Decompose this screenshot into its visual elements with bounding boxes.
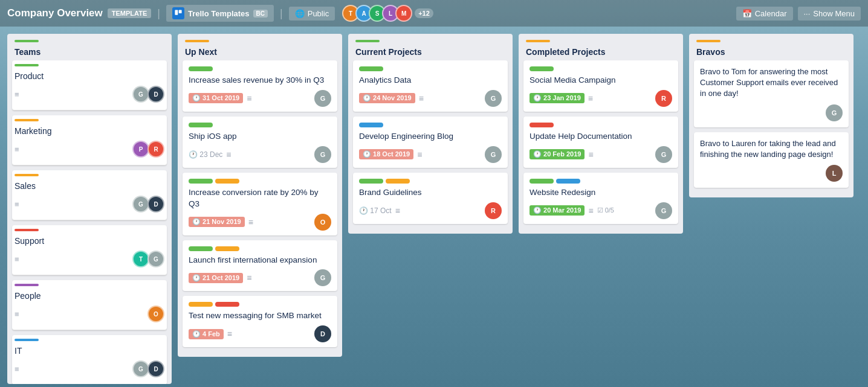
product-avatars: G D — [132, 86, 164, 103]
card-bars — [359, 123, 502, 127]
product-name: Product — [15, 71, 164, 81]
card-footer: 🕐 17 Oct ≡ R — [359, 202, 502, 219]
it-avatar-1: G — [132, 360, 149, 377]
team-support[interactable]: Support ≡ T G — [12, 225, 167, 275]
bar-green — [530, 179, 554, 184]
bravo-lauren[interactable]: Bravo to Lauren for taking the lead and … — [694, 132, 849, 188]
team-marketing[interactable]: Marketing ≡ P R — [12, 115, 167, 165]
avatar-5: M — [395, 5, 412, 22]
support-desc-icon: ≡ — [15, 255, 19, 264]
card-avatar: G — [314, 146, 331, 163]
board-title: Company Overview — [7, 7, 103, 19]
desc-icon: ≡ — [588, 94, 593, 103]
bar-green — [189, 179, 213, 184]
sales-bar — [15, 174, 39, 176]
card-ship-ios[interactable]: Ship iOS app 🕐 23 Dec ≡ G — [183, 117, 337, 168]
people-avatars: O — [147, 305, 164, 322]
workspace-badge: BC — [253, 10, 268, 18]
card-social-media[interactable]: Social Media Campaign 🕐 23 Jan 2019 ≡ R — [523, 60, 678, 112]
workspace-button[interactable]: Trello Templates BC — [166, 5, 274, 22]
team-sales[interactable]: Sales ≡ G D — [12, 170, 167, 220]
sales-avatars: G D — [132, 196, 164, 213]
card-title: Brand Guidelines — [359, 187, 502, 199]
calendar-label: Calendar — [755, 9, 787, 18]
calendar-icon: 📅 — [742, 9, 752, 18]
dots-icon: ··· — [804, 9, 811, 18]
marketing-name: Marketing — [15, 126, 164, 136]
it-name: IT — [15, 346, 164, 356]
card-brand-guidelines[interactable]: Brand Guidelines 🕐 17 Oct ≡ R — [353, 173, 508, 224]
header-divider: | — [157, 7, 160, 20]
card-date-plain: 🕐 17 Oct — [359, 206, 392, 215]
card-website-redesign[interactable]: Website Redesign 🕐 20 Mar 2019 ≡ ☑ 0/5 G — [523, 173, 678, 224]
card-footer-left: 🕐 17 Oct ≡ — [359, 206, 400, 216]
card-checklist: ☑ 0/5 — [597, 206, 614, 214]
card-date: 🕐 20 Feb 2019 — [530, 149, 585, 159]
visibility-button[interactable]: 🌐 Public — [289, 7, 335, 21]
team-product[interactable]: Product ≡ G D — [12, 60, 167, 110]
calendar-button[interactable]: 📅 Calendar — [736, 7, 793, 21]
bravos-title: Bravos — [696, 47, 725, 57]
team-it[interactable]: IT ≡ G D — [12, 335, 167, 384]
card-international-expansion[interactable]: Launch first international expansion 🕐 2… — [183, 240, 337, 292]
desc-icon: ≡ — [226, 150, 231, 159]
card-bars — [530, 66, 672, 71]
marketing-avatars: P R — [132, 141, 164, 158]
bar-green — [189, 246, 213, 251]
card-smb-messaging[interactable]: Test new messaging for SMB market 🕐 4 Fe… — [183, 296, 337, 347]
card-title: Website Redesign — [530, 187, 672, 199]
card-footer-left: 🕐 20 Feb 2019 ≡ — [530, 149, 594, 159]
globe-icon: 🌐 — [295, 9, 305, 18]
current-cards: Analytics Data 🕐 24 Nov 2019 ≡ G Develop… — [348, 60, 513, 234]
svg-rect-0 — [175, 10, 178, 14]
product-desc-icon: ≡ — [15, 90, 19, 99]
card-avatar: O — [314, 214, 331, 231]
desc-icon: ≡ — [248, 217, 253, 227]
card-footer-left: 🕐 18 Oct 2019 ≡ — [359, 149, 422, 159]
card-increase-sales[interactable]: Increase sales revenue by 30% in Q3 🕐 31… — [183, 60, 337, 112]
bravo-tom[interactable]: Bravo to Tom for answering the most Cust… — [694, 60, 849, 127]
bravo-text: Bravo to Lauren for taking the lead and … — [700, 138, 843, 160]
card-increase-conversion[interactable]: Increase conversion rate by 20% by Q3 🕐 … — [183, 173, 337, 235]
card-date: 🕐 21 Nov 2019 — [189, 217, 245, 227]
visibility-label: Public — [308, 9, 329, 18]
card-date: 🕐 4 Feb — [189, 329, 224, 339]
card-title: Increase sales revenue by 30% in Q3 — [189, 75, 331, 86]
card-footer: 🕐 21 Oct 2019 ≡ G — [189, 269, 331, 286]
completed-cards: Social Media Campaign 🕐 23 Jan 2019 ≡ R … — [519, 60, 683, 234]
bar-green — [530, 66, 554, 71]
product-bar — [15, 64, 39, 66]
template-badge: TEMPLATE — [108, 8, 151, 18]
card-date-plain: 🕐 23 Dec — [189, 150, 222, 159]
people-name: People — [15, 291, 164, 301]
card-footer: 🕐 20 Feb 2019 ≡ G — [530, 146, 672, 163]
member-avatars: T A S L M +12 — [342, 5, 433, 22]
marketing-footer: ≡ P R — [15, 141, 164, 158]
card-analytics[interactable]: Analytics Data 🕐 24 Nov 2019 ≡ G — [353, 60, 508, 112]
show-menu-button[interactable]: ··· Show Menu — [798, 7, 861, 21]
sales-name: Sales — [15, 181, 164, 191]
card-engineering-blog[interactable]: Develop Engineering Blog 🕐 18 Oct 2019 ≡… — [353, 117, 508, 168]
header: Company Overview TEMPLATE | Trello Templ… — [0, 0, 868, 27]
card-bars — [359, 66, 502, 71]
column-teams: Teams Product ≡ G D Marketing ≡ — [7, 34, 172, 384]
team-people[interactable]: People ≡ O — [12, 280, 167, 330]
sales-avatar-1: G — [132, 196, 149, 213]
card-footer-left: 🕐 21 Oct 2019 ≡ — [189, 273, 251, 283]
support-footer: ≡ T G — [15, 251, 164, 267]
sales-footer: ≡ G D — [15, 196, 164, 213]
it-avatars: G D — [132, 360, 164, 377]
avatar-count: +12 — [415, 8, 433, 18]
card-avatar: G — [314, 269, 331, 286]
card-help-docs[interactable]: Update Help Documentation 🕐 20 Feb 2019 … — [523, 117, 678, 168]
bravo-avatar: L — [826, 165, 843, 182]
card-footer: 🕐 24 Nov 2019 ≡ G — [359, 90, 502, 107]
card-title: Ship iOS app — [189, 131, 331, 142]
people-avatar-1: O — [147, 305, 164, 322]
bar-blue — [359, 123, 383, 127]
card-title: Analytics Data — [359, 75, 502, 86]
card-date: 🕐 21 Oct 2019 — [189, 273, 243, 283]
marketing-avatar-2: R — [147, 141, 164, 158]
desc-icon: ≡ — [247, 94, 251, 103]
card-footer: 🕐 20 Mar 2019 ≡ ☑ 0/5 G — [530, 202, 672, 219]
